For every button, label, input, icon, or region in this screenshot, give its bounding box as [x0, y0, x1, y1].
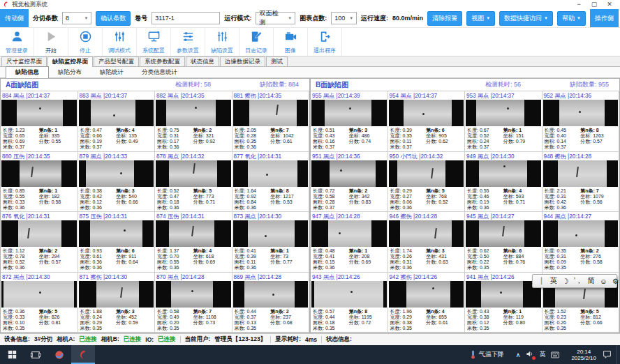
data-quick-access-menu-button[interactable]: 数据快捷访问▼	[499, 11, 553, 26]
defect-cell[interactable]: 942 擦伤 |20:14:26长度: 1.96宽度: 0.29面积: 0.38…	[388, 273, 466, 333]
main-tab-2[interactable]: 产品型号配置	[94, 56, 139, 66]
roll-number-input[interactable]: 3117-1	[152, 12, 220, 24]
defect-image[interactable]	[156, 160, 231, 187]
defect-cell[interactable]: 875 压伤 |20:14:31长度: 0.93宽度: 0.61面积: 0.36…	[78, 212, 156, 273]
defect-cell[interactable]: 949 黑点 |20:14:30长度: 0.55宽度: 0.46面积: 0.19…	[465, 152, 542, 213]
taskbar-app-browser[interactable]	[47, 345, 71, 364]
defect-image[interactable]	[311, 281, 387, 308]
sub-tab-1[interactable]: 缺陷分布	[49, 67, 91, 78]
action-button-stop[interactable]: 停止	[68, 28, 103, 56]
clear-alarm-button[interactable]: 清除报警	[427, 11, 462, 26]
defect-cell[interactable]: 955 黑点 |20:14:39长度: 0.51宽度: 0.43面积: 0.16…	[311, 91, 388, 152]
defect-cell[interactable]: 880 压伤 |20:14:35长度: 0.85宽度: 0.55面积: 0.33…	[1, 152, 78, 213]
taskbar-clock[interactable]: 20:14 2025/2/10	[565, 349, 603, 361]
defect-image[interactable]	[233, 220, 309, 247]
operation-side-button[interactable]: 操作侧	[590, 9, 619, 27]
defect-cell[interactable]: 873 黑点 |20:14:30长度: 0.41宽度: 0.39面积: 0.11…	[232, 212, 310, 273]
transmission-side-button[interactable]: 传动侧	[0, 9, 29, 27]
defect-cell[interactable]: 877 氧化 |20:14:31长度: 1.64宽度: 0.92面积: 0.84…	[232, 152, 310, 213]
tray-expand-icon[interactable]: ∧	[516, 351, 521, 358]
defect-image[interactable]	[543, 220, 619, 247]
defect-image[interactable]	[79, 100, 154, 126]
action-center-icon[interactable]	[603, 350, 612, 359]
action-button-monitor[interactable]: 系统配置	[137, 28, 171, 56]
defect-cell[interactable]: 943 黑点 |20:14:26长度: 0.57宽度: 0.44面积: 0.18…	[311, 273, 388, 333]
minimize-button[interactable]: −	[571, 0, 586, 9]
main-tab-4[interactable]: 状态信息	[186, 56, 219, 66]
touch-keyboard-icon[interactable]	[551, 351, 559, 358]
defect-image[interactable]	[1, 281, 77, 308]
defect-cell[interactable]: 881 擦伤 |20:14:35长度: 2.05宽度: 0.28面积: 0.35…	[232, 91, 310, 152]
defect-image[interactable]	[389, 220, 464, 247]
defect-image[interactable]	[389, 160, 464, 187]
action-button-user[interactable]: 管理登录	[0, 28, 34, 56]
defect-image[interactable]	[389, 100, 464, 126]
defect-image[interactable]	[466, 160, 541, 187]
defect-image[interactable]	[156, 281, 231, 308]
close-button[interactable]: ✕	[602, 0, 617, 9]
help-menu-button[interactable]: 帮助▼	[557, 11, 586, 26]
defect-image[interactable]	[233, 100, 309, 126]
defect-image[interactable]	[466, 220, 541, 247]
main-tab-6[interactable]: 测试	[266, 56, 288, 66]
action-button-log[interactable]: 日志记录	[239, 28, 274, 56]
defect-cell[interactable]: 950 小凹坑 |20:14:32长度: 0.29宽度: 0.27面积: 0.0…	[388, 152, 466, 213]
defect-cell[interactable]: 882 黑点 |20:14:35长度: 0.75宽度: 0.31面积: 0.17…	[155, 91, 232, 152]
defect-image[interactable]	[311, 220, 387, 247]
defect-cell[interactable]: 884 黑点 |20:14:37长度: 1.23宽度: 0.65面积: 0.69…	[1, 91, 78, 152]
maximize-button[interactable]: ▢	[586, 0, 602, 9]
confirm-count-button[interactable]: 确认条数	[96, 11, 131, 26]
action-button-tune[interactable]: 调试模式	[103, 28, 137, 56]
main-tab-5[interactable]: 边缘数据记录	[220, 56, 265, 66]
defect-cell[interactable]: 954 黑点 |20:14:37长度: 0.39宽度: 0.35面积: 0.11…	[388, 91, 466, 152]
defect-cell[interactable]: 879 黑点 |20:14:33长度: 0.38宽度: 0.42面积: 0.12…	[78, 152, 156, 213]
defect-image[interactable]	[1, 160, 77, 187]
ime-punctuation-button[interactable]: ’，	[574, 276, 583, 286]
view-menu-button[interactable]: 视图▼	[466, 11, 495, 26]
defect-cell[interactable]: 951 黑点 |20:14:36长度: 0.72宽度: 0.58面积: 0.28…	[311, 152, 388, 213]
defect-image[interactable]	[311, 160, 387, 187]
ime-fullwidth-icon[interactable]: ☽	[562, 277, 568, 285]
chart-points-select[interactable]: 100▼	[331, 12, 357, 24]
defect-cell[interactable]: 874 压伤 |20:14:31长度: 1.37宽度: 0.70面积: 0.55…	[155, 212, 232, 273]
ime-language-indicator[interactable]: 英	[539, 350, 545, 359]
defect-cell[interactable]: 952 黑点 |20:14:36长度: 0.45宽度: 0.40面积: 0.14…	[542, 91, 620, 152]
defect-image[interactable]	[79, 281, 154, 308]
run-mode-select[interactable]: 双面检测▼	[256, 12, 295, 24]
defect-cell[interactable]: 883 黑点 |20:14:37长度: 0.47宽度: 0.66面积: 0.19…	[78, 91, 156, 152]
action-button-camera[interactable]: 图像	[274, 28, 308, 56]
defect-image[interactable]	[389, 281, 464, 308]
defect-image[interactable]	[543, 160, 619, 187]
defect-cell[interactable]: 945 黑点 |20:14:27长度: 0.62宽度: 0.50面积: 0.22…	[465, 212, 542, 273]
defect-image[interactable]	[233, 160, 309, 187]
defect-cell[interactable]: 946 擦伤 |20:14:28长度: 1.74宽度: 0.26面积: 0.31…	[388, 212, 466, 273]
defect-image[interactable]	[543, 100, 619, 126]
volume-icon[interactable]	[526, 350, 533, 359]
defect-cell[interactable]: 953 黑点 |20:14:37长度: 0.67宽度: 0.52面积: 0.24…	[465, 91, 542, 152]
action-button-sliders_v[interactable]: 缺陷设置	[205, 28, 239, 56]
defect-image[interactable]	[1, 220, 77, 247]
ime-lang-button[interactable]: 英	[550, 276, 558, 286]
action-button-sliders_h[interactable]: 参数设置	[171, 28, 205, 56]
sub-tab-0[interactable]: 缺陷信息	[6, 66, 49, 79]
weather-widget[interactable]: 气温下降	[464, 345, 510, 364]
defect-cell[interactable]: 876 氧化 |20:14:31长度: 1.12宽度: 0.78面积: 0.52…	[1, 212, 78, 273]
ime-simplified-button[interactable]: 简	[588, 276, 596, 286]
start-button[interactable]	[0, 345, 24, 364]
defect-image[interactable]	[466, 100, 541, 126]
ime-emoji-button[interactable]: ☺	[600, 277, 607, 285]
show-desktop-button[interactable]	[617, 345, 620, 364]
defect-image[interactable]	[79, 220, 154, 247]
sub-tab-2[interactable]: 缺陷统计	[91, 67, 133, 78]
defect-cell[interactable]: 872 黑点 |20:14:30长度: 0.36宽度: 0.33面积: 0.10…	[1, 273, 78, 333]
defect-image[interactable]	[156, 220, 231, 247]
main-tab-3[interactable]: 系统参数配置	[140, 56, 185, 66]
main-tab-1[interactable]: 缺陷监控界面	[47, 56, 93, 67]
defect-image[interactable]	[156, 100, 231, 126]
action-button-exit[interactable]: 退出程序	[308, 28, 342, 56]
ime-settings-gear-icon[interactable]: ⚙	[612, 277, 619, 285]
slit-count-select[interactable]: 8▼	[62, 12, 91, 24]
defect-image[interactable]	[466, 281, 541, 308]
defect-image[interactable]	[1, 100, 77, 126]
defect-cell[interactable]: 941 黑点 |20:14:26长度: 0.43宽度: 0.38面积: 0.12…	[465, 273, 542, 333]
